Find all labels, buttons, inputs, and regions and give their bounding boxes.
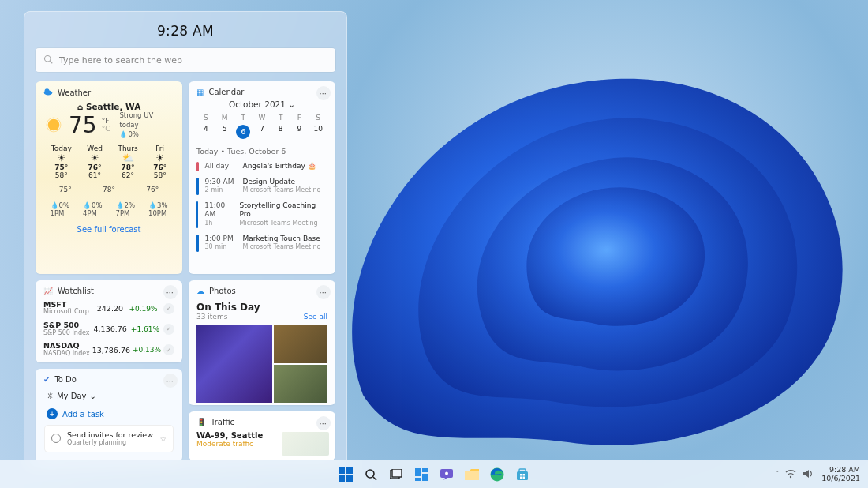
svg-rect-25 [523,474,526,476]
wifi-icon[interactable] [785,469,796,480]
traffic-title: Traffic [211,418,234,426]
svg-point-0 [45,55,51,62]
svg-rect-15 [422,468,428,472]
radio-icon[interactable] [51,434,61,443]
todo-item[interactable]: Send invites for reviewQuarterly plannin… [45,426,173,452]
volume-icon[interactable] [803,469,814,480]
calendar-event[interactable]: All day Angela's Birthday 🎂 [196,162,327,171]
check-icon: ✔ [43,375,50,384]
photos-heading: On This Day [196,302,327,313]
check-icon[interactable]: ✓ [163,344,174,355]
svg-point-28 [790,475,791,477]
chevron-down-icon: ⌄ [89,392,95,400]
chevron-up-icon[interactable]: ˄ [776,469,780,480]
calendar-today-label: Today • Tues, October 6 [196,147,327,156]
svg-rect-26 [520,476,522,479]
forecast-link[interactable]: See full forecast [77,225,141,234]
add-task-button[interactable]: + Add a task [47,408,171,419]
more-icon[interactable]: ⋯ [316,86,331,100]
svg-rect-9 [346,475,353,482]
photo-thumbnails[interactable] [196,325,327,403]
calendar-event[interactable]: 11:00 AM1h Storytelling Coaching Pro…Mic… [196,201,327,228]
calendar-icon: ▦ [196,88,204,96]
search-placeholder: Type here to search the web [59,55,182,66]
cloud-icon: ☁ [196,287,204,295]
svg-point-3 [45,88,50,93]
svg-rect-8 [339,475,345,482]
weather-widget[interactable]: Weather ⌂ Seattle, WA 75 °F°C Strong UV … [36,81,182,274]
calendar-event[interactable]: 9:30 AM2 min Design UpdateMicrosoft Team… [196,178,327,195]
weather-temp: 75 [69,112,97,138]
widgets-panel: 9:28 AM Type here to search the web Weat… [24,11,347,471]
file-explorer-icon[interactable] [462,464,482,485]
my-day-list[interactable]: ☼ My Day ⌄ [47,392,174,400]
cloud-icon [43,88,53,97]
stock-row[interactable]: MSFTMicrosoft Corp. 242.20 +0.19% ✓ [43,301,174,316]
svg-point-10 [366,470,374,478]
taskbar: ˄ 9:28 AM 10/6/2021 [0,460,868,488]
sun-icon [43,114,64,137]
search-input[interactable]: Type here to search the web [36,48,335,72]
check-icon[interactable]: ✓ [163,324,174,335]
traffic-widget[interactable]: 🚦 Traffic ⋯ WA-99, Seattle Moderate traf… [189,411,335,460]
photos-title: Photos [209,287,236,295]
calendar-week: SMTWTFS 4 5 6 7 8 9 10 [196,114,327,139]
svg-rect-14 [415,468,421,476]
star-icon[interactable]: ☆ [159,434,166,443]
search-icon [43,54,53,66]
store-icon[interactable] [512,464,533,485]
todo-title: To Do [54,375,77,384]
stock-row[interactable]: S&P 500S&P 500 Index 4,136.76 +1.61% ✓ [43,321,174,336]
svg-line-11 [373,477,376,480]
photos-count: 33 items [196,313,227,321]
check-icon[interactable]: ✓ [163,303,174,314]
photos-widget[interactable]: ☁ Photos ⋯ On This Day 33 items See all [189,280,335,405]
weather-location: ⌂ Seattle, WA [43,102,174,111]
traffic-icon: 🚦 [196,418,206,426]
todo-widget[interactable]: ✔ To Do ⋯ ☼ My Day ⌄ + Add a task Send i… [36,369,182,462]
svg-point-19 [445,471,448,475]
svg-rect-20 [465,471,479,480]
sun-icon: ☼ [47,392,54,400]
plus-icon: + [47,408,58,419]
svg-rect-17 [415,478,421,481]
more-icon[interactable]: ⋯ [163,374,178,388]
svg-rect-16 [422,474,428,481]
system-tray[interactable]: ˄ 9:28 AM 10/6/2021 [776,466,860,482]
calendar-title: Calendar [208,88,244,96]
calendar-widget[interactable]: ▦ Calendar ⋯ October 2021 ⌄ SMTWTFS 4 5 … [189,81,335,274]
widgets-icon[interactable] [411,464,432,485]
watchlist-title: Watchlist [58,287,94,295]
taskbar-clock[interactable]: 9:28 AM 10/6/2021 [821,466,860,482]
more-icon[interactable]: ⋯ [316,285,331,299]
weather-forecast-days: Today☀75°58° Wed☀76°61° Thurs⛅78°62° Fri… [43,145,174,179]
svg-point-4 [48,119,60,131]
svg-rect-27 [523,476,526,479]
edge-icon[interactable] [487,464,507,485]
chevron-down-icon: ⌄ [288,99,295,109]
traffic-map-thumbnail[interactable] [282,432,329,456]
watchlist-widget[interactable]: 📈 Watchlist ⋯ MSFTMicrosoft Corp. 242.20… [36,280,182,362]
see-all-link[interactable]: See all [304,313,327,321]
calendar-month[interactable]: October 2021 ⌄ [196,99,327,109]
chat-icon[interactable] [436,464,457,485]
start-button[interactable] [335,464,356,485]
more-icon[interactable]: ⋯ [163,285,178,299]
svg-rect-13 [392,469,402,477]
svg-rect-24 [520,474,522,476]
more-icon[interactable]: ⋯ [316,416,331,430]
stocks-icon: 📈 [43,287,53,295]
svg-line-1 [50,61,52,63]
svg-rect-7 [346,467,353,474]
weather-title: Weather [58,88,91,97]
stock-row[interactable]: NASDAQNASDAQ Index 13,786.76 +0.13% ✓ [43,342,174,357]
svg-rect-23 [519,469,526,472]
taskbar-search-icon[interactable] [361,464,381,485]
svg-rect-6 [339,467,345,474]
panel-clock: 9:28 AM [36,23,335,39]
calendar-event[interactable]: 1:00 PM30 min Marketing Touch BaseMicros… [196,235,327,252]
task-view-icon[interactable] [386,464,406,485]
